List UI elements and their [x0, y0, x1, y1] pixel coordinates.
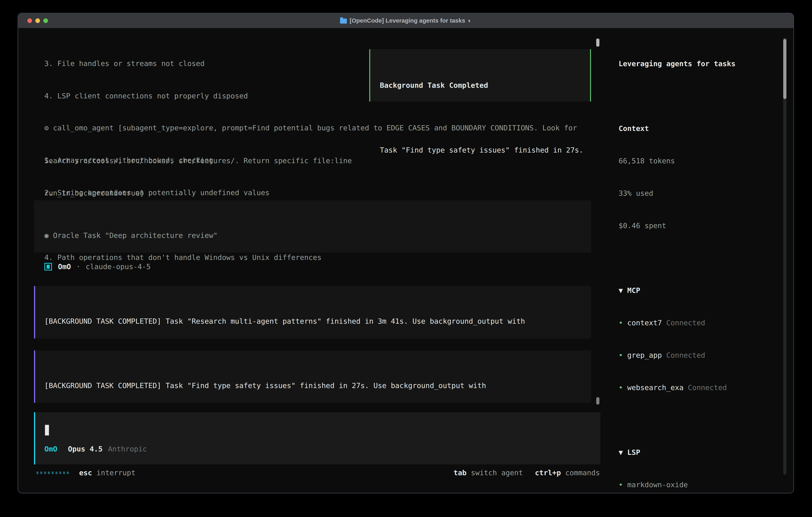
input-model: Opus 4.5 — [68, 444, 103, 455]
window-title-text: [OpenCode] Leveraging agents for tasks — [350, 17, 465, 24]
context-spent: $0.46 spent — [618, 220, 793, 231]
lsp-item: markdown-oxide — [618, 480, 793, 490]
statusbar-left: esc interrupt — [36, 467, 136, 478]
session-title: Leveraging agents for tasks — [618, 58, 793, 69]
oracle-icon: ◉ — [45, 231, 49, 240]
tool-call-line: 2. String operations on potentially unde… — [45, 187, 577, 198]
scrollbar-thumb[interactable] — [596, 397, 600, 404]
tab-key: tab — [454, 467, 467, 478]
oracle-label: Oracle Task "Deep architecture review" — [53, 231, 218, 240]
esc-label: interrupt — [96, 467, 136, 478]
cmd-key: ctrl+p — [535, 467, 561, 478]
traffic-lights — [27, 19, 48, 23]
prompt-input[interactable]: OmO Opus 4.5 Anthropic — [34, 412, 601, 464]
checkbox-icon — [45, 263, 52, 271]
text-cursor — [45, 425, 49, 435]
separator-dot: · — [76, 261, 81, 272]
mcp-item: grep_app Connected — [618, 350, 793, 361]
mcp-item: websearch_exa Connected — [618, 382, 793, 393]
lsp-section-header[interactable]: LSP — [618, 447, 793, 458]
statusbar-right: tab switch agent ctrl+p commands — [454, 467, 600, 478]
terminal-content: 3. File handles or streams not closed 4.… — [18, 28, 793, 493]
agent-name: OmO — [58, 261, 71, 272]
zoom-button[interactable] — [44, 19, 48, 23]
half-circle-icon: ◐ — [468, 17, 471, 24]
mcp-section-header[interactable]: MCP — [618, 285, 793, 296]
context-tokens: 66,518 tokens — [618, 156, 793, 166]
titlebar[interactable]: [OpenCode] Leveraging agents for tasks ◐ — [18, 13, 793, 28]
tool-call-line: call_omo_agent [subagent_type=explore, p… — [53, 124, 577, 132]
spinner-icon — [36, 472, 69, 474]
agent-model: claude-opus-4-5 — [86, 261, 151, 272]
esc-key: esc — [79, 467, 92, 478]
mcp-item: context7 Connected — [618, 318, 793, 328]
close-button[interactable] — [27, 19, 32, 23]
opencode-window: [OpenCode] Leveraging agents for tasks ◐… — [18, 13, 794, 493]
sidebar: Leveraging agents for tasks Context 66,5… — [611, 28, 793, 493]
tool-call-line: 1. Array access without bounds checking — [45, 155, 577, 166]
sidebar-scrollbar-thumb[interactable] — [783, 39, 786, 99]
input-agent-name: OmO — [45, 444, 57, 455]
sidebar-scrollbar-track[interactable] — [783, 37, 786, 474]
input-provider: Anthropic — [108, 444, 147, 455]
tab-label: switch agent — [471, 467, 523, 478]
folder-icon — [340, 19, 347, 24]
minimize-button[interactable] — [35, 19, 40, 23]
scrollback-line: 3. File handles or streams not closed — [45, 58, 352, 69]
background-task-toast[interactable]: Background Task Completed Task "Find typ… — [369, 49, 591, 102]
context-used: 33% used — [618, 188, 793, 199]
task-line: [BACKGROUND TASK COMPLETED] Task "Resear… — [45, 316, 591, 327]
task-message-1[interactable]: [BACKGROUND TASK COMPLETED] Task "Resear… — [34, 286, 591, 338]
gear-icon: ⚙ — [45, 124, 49, 132]
agent-header: OmO · claude-opus-4-5 — [45, 261, 151, 272]
scrollbar-thumb[interactable] — [596, 38, 600, 47]
scrollback-line: 4. LSP client connections not properly d… — [45, 90, 352, 101]
toast-title: Background Task Completed — [380, 80, 590, 91]
context-heading: Context — [618, 123, 793, 134]
window-title: [OpenCode] Leveraging agents for tasks ◐ — [340, 17, 472, 24]
task-message-2[interactable]: [BACKGROUND TASK COMPLETED] Task "Find t… — [34, 351, 591, 403]
task-line: [BACKGROUND TASK COMPLETED] Task "Find t… — [45, 380, 591, 391]
cmd-label: commands — [565, 467, 600, 478]
oracle-task-panel[interactable]: ◉ Oracle Task "Deep architecture review"… — [34, 200, 591, 252]
